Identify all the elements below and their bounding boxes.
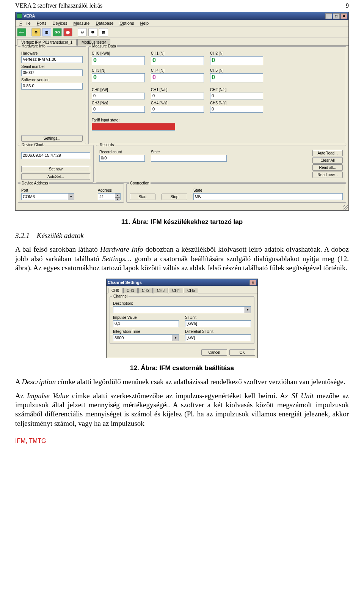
tool-db-icon[interactable]: ⛁ — [78, 28, 87, 36]
doc-page-number: 9 — [346, 2, 349, 9]
ch1-n-value: 0 — [151, 56, 204, 65]
go-button[interactable]: GO — [53, 28, 62, 36]
tab-ch3[interactable]: CH3 — [154, 288, 168, 293]
menu-options[interactable]: Options — [117, 20, 136, 26]
address-label: Address — [98, 188, 121, 192]
conn-stop-button[interactable]: Stop — [162, 194, 187, 200]
body-text-block-2: A Description címke alatti legördülő men… — [0, 377, 364, 428]
autoread-button[interactable]: AutoRead... — [312, 150, 343, 156]
channel-group: Channel Description: ▾ Impulse Value 0,1… — [110, 296, 254, 344]
tool-chart-icon[interactable]: ▤ — [99, 28, 108, 36]
impulse-value-label: Impulse Value — [113, 315, 179, 320]
app-icon — [17, 13, 22, 19]
tab-ch4[interactable]: CH4 — [169, 288, 183, 293]
clear-all-button[interactable]: Clear All — [312, 157, 343, 164]
app-title: VERA — [24, 14, 35, 18]
read-new-button[interactable]: Read new... — [312, 172, 343, 178]
doc-header-title: VERA 2 szoftver felhasználói leírás — [15, 2, 102, 9]
dialog-ok-button[interactable]: OK — [229, 349, 255, 356]
menu-devices[interactable]: Devices — [50, 20, 69, 26]
device-address-legend: Device Address — [20, 181, 49, 185]
minimize-button[interactable]: _ — [325, 13, 332, 19]
dialog-close-button[interactable]: ✕ — [249, 280, 256, 285]
conn-state-value: OK — [193, 193, 343, 200]
impulse-value-input[interactable]: 0,1 — [113, 320, 179, 327]
body-text-block-1: 3.2.1 Készülék adatok A bal felső sarokb… — [0, 231, 364, 273]
menu-file[interactable]: File — [17, 20, 33, 26]
measure-data-legend: Measure Data — [91, 44, 117, 48]
tab-ch5[interactable]: CH5 — [184, 288, 198, 293]
close-button[interactable]: ✕ — [340, 13, 347, 19]
menu-ports[interactable]: Ports — [35, 20, 49, 26]
device-tabbar: Vertesz IFM P01 transducer_1 ModBus test… — [16, 38, 348, 46]
hardware-field: Vertesz IFM v1.00 — [21, 56, 83, 63]
tool-settings-icon[interactable]: ⚙ — [31, 28, 41, 36]
read-all-button[interactable]: Read all... — [312, 164, 343, 171]
integration-time-combo[interactable]: 3600 ▾ — [113, 334, 179, 341]
dialog-cancel-button[interactable]: Cancel — [201, 349, 227, 356]
stop-icon[interactable]: ⬤ — [63, 28, 72, 36]
figure-12-caption: 12. Ábra: IFM csatornák beállítása — [0, 364, 364, 372]
hardware-label: Hardware — [21, 51, 83, 55]
menu-database[interactable]: Database — [93, 20, 116, 26]
conn-start-button[interactable]: Start — [130, 194, 155, 200]
doc-footer: IFM, TMTG — [15, 436, 349, 444]
settings-button[interactable]: Settings... — [21, 135, 83, 142]
menu-help[interactable]: Help — [138, 20, 151, 26]
ch2-n-label: CH2 [N] — [210, 51, 267, 55]
ch1-n-label: CH1 [N] — [151, 51, 208, 55]
ch0-kwh-value: 0 — [92, 56, 145, 65]
port-combo[interactable]: COM6 ▾ — [21, 193, 74, 200]
ch3-nps-value: 0 — [92, 106, 145, 113]
set-now-button[interactable]: Set now — [21, 166, 90, 172]
resize-grip-icon[interactable] — [343, 205, 348, 210]
swver-field: 0.86.0 — [21, 83, 83, 90]
chevron-down-icon: ▾ — [68, 194, 74, 200]
tab-ch0[interactable]: CH0 — [108, 288, 122, 293]
swver-label: Software version — [21, 78, 83, 82]
conn-state-label: State — [193, 188, 343, 192]
maximize-button[interactable]: □ — [333, 13, 340, 19]
title-bar: VERA _ □ ✕ — [16, 12, 348, 20]
tab-ch2[interactable]: CH2 — [138, 288, 153, 293]
vera-app-window: VERA _ □ ✕ File Ports Devices Measure Da… — [15, 12, 349, 211]
ch2-nps-value: 0 — [210, 93, 263, 99]
ch0-kw-label: CH0 [kW] — [92, 88, 149, 92]
description-combo[interactable]: ▾ — [113, 306, 251, 313]
section-number: 3.2.1 — [15, 231, 35, 240]
back-icon[interactable]: ⟸ — [17, 28, 26, 36]
record-count-value: 0/0 — [99, 155, 145, 162]
ch5-n-value: 0 — [210, 73, 263, 82]
connection-group: Connection Start Stop State OK — [126, 183, 346, 203]
serial-field: 05007 — [21, 69, 83, 76]
device-clock-value: 2006.09.04 15:47:29 — [21, 152, 90, 159]
tool-db2-icon[interactable]: ⛃ — [88, 28, 97, 36]
spin-up-icon[interactable]: ▴ — [115, 194, 120, 197]
records-legend: Records — [99, 143, 115, 147]
tab-ch1[interactable]: CH1 — [123, 288, 138, 293]
description-label: Description: — [113, 301, 251, 306]
device-address-group: Device Address Port COM6 ▾ Address 41 ▴ — [18, 183, 124, 203]
tool-device-icon[interactable]: ▥ — [42, 28, 51, 36]
si-unit-label: SI Unit — [185, 315, 251, 320]
autoset-button[interactable]: AutoSet... — [21, 173, 90, 180]
ch3-nps-label: CH3 [N/s] — [92, 101, 149, 105]
device-clock-group: Device Clock 2006.09.04 15:47:29 Set now… — [18, 145, 94, 183]
ch5-nps-value: 0 — [210, 106, 263, 113]
tariff-state-indicator — [92, 123, 175, 131]
hardware-info-legend: Hardware Info — [20, 44, 47, 48]
ch2-nps-label: CH2 [N/s] — [210, 88, 267, 92]
ch1-nps-label: CH1 [N/s] — [151, 88, 208, 92]
records-state-label: State — [151, 150, 234, 154]
si-unit-input[interactable]: [kWh] — [185, 320, 251, 327]
spin-down-icon[interactable]: ▾ — [115, 197, 120, 201]
dialog-title: Channel Settings — [108, 280, 142, 285]
address-spinner[interactable]: 41 ▴▾ — [98, 193, 121, 200]
doc-header: VERA 2 szoftver felhasználói leírás 9 — [0, 0, 364, 10]
ch3-n-value: 0 — [92, 73, 145, 82]
channel-settings-dialog: Channel Settings ✕ CH0 CH1 CH2 CH3 CH4 C… — [106, 279, 258, 358]
record-count-label: Record count — [99, 150, 149, 154]
menu-measure[interactable]: Measure — [71, 20, 92, 26]
diff-si-unit-input[interactable]: [kW] — [185, 334, 251, 341]
chevron-down-icon: ▾ — [173, 335, 179, 341]
